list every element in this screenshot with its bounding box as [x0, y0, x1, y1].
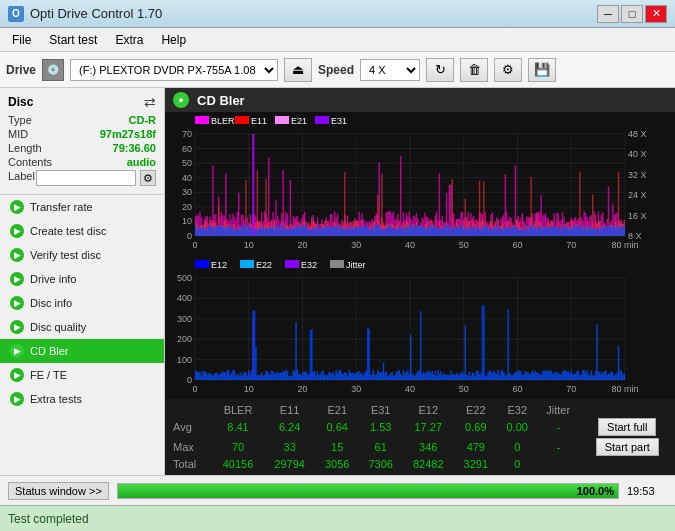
create-test-disc-icon: ▶ [10, 224, 24, 238]
sidebar-item-disc-quality[interactable]: ▶ Disc quality [0, 315, 164, 339]
sidebar-nav: ▶ Transfer rate ▶ Create test disc ▶ Ver… [0, 195, 164, 411]
sidebar-item-transfer-rate-label: Transfer rate [30, 201, 93, 213]
disc-contents-label: Contents [8, 156, 52, 168]
avg-e11: 6.24 [264, 417, 316, 437]
disc-label-gear-button[interactable]: ⚙ [140, 170, 156, 186]
disc-label-input[interactable] [36, 170, 136, 186]
extra-tests-icon: ▶ [10, 392, 24, 406]
speed-select[interactable]: 4 X [360, 59, 420, 81]
stats-avg-row: Avg 8.41 6.24 0.64 1.53 17.27 0.69 0.00 … [165, 417, 675, 437]
avg-e31: 1.53 [359, 417, 402, 437]
avg-e12: 17.27 [402, 417, 454, 437]
disc-mid-row: MID 97m27s18f [8, 128, 156, 140]
minimize-button[interactable]: ─ [597, 5, 619, 23]
disc-label-row: Label ⚙ [8, 170, 156, 186]
sidebar-item-disc-info[interactable]: ▶ Disc info [0, 291, 164, 315]
app-icon: O [8, 6, 24, 22]
disc-length-row: Length 79:36.60 [8, 142, 156, 154]
menu-extra[interactable]: Extra [107, 31, 151, 49]
settings-button[interactable]: ⚙ [494, 58, 522, 82]
stats-table: BLER E11 E21 E31 E12 E22 E32 Jitter Avg [165, 403, 675, 471]
close-button[interactable]: ✕ [645, 5, 667, 23]
disc-label-input-row: ⚙ [36, 170, 156, 186]
total-e11: 29794 [264, 457, 316, 471]
col-header-bler: BLER [212, 403, 264, 417]
test-completed-label: Test completed [8, 512, 89, 526]
sidebar-item-extra-tests[interactable]: ▶ Extra tests [0, 387, 164, 411]
stats-total-row: Total 40156 29794 3056 7306 82482 3291 0 [165, 457, 675, 471]
statusbar: Status window >> 100.0% 19:53 [0, 475, 675, 505]
menu-start-test[interactable]: Start test [41, 31, 105, 49]
sidebar-item-extra-tests-label: Extra tests [30, 393, 82, 405]
main: Disc ⇄ Type CD-R MID 97m27s18f Length 79… [0, 88, 675, 475]
col-header-jitter: Jitter [537, 403, 580, 417]
total-e21: 3056 [315, 457, 358, 471]
max-e22: 479 [454, 437, 497, 457]
disc-arrow-button[interactable]: ⇄ [144, 94, 156, 110]
col-header-e32: E32 [498, 403, 537, 417]
col-header-label [165, 403, 212, 417]
disc-quality-icon: ▶ [10, 320, 24, 334]
max-e21: 15 [315, 437, 358, 457]
disc-type-row: Type CD-R [8, 114, 156, 126]
sidebar-item-cd-bler[interactable]: ▶ CD Bler [0, 339, 164, 363]
bottom-chart [165, 256, 675, 400]
menu-help[interactable]: Help [153, 31, 194, 49]
disc-mid-label: MID [8, 128, 28, 140]
save-button[interactable]: 💾 [528, 58, 556, 82]
sidebar-item-fe-te[interactable]: ▶ FE / TE [0, 363, 164, 387]
menubar: File Start test Extra Help [0, 28, 675, 52]
col-header-e22: E22 [454, 403, 497, 417]
content-area: ● CD Bler BLER E11 E21 E31 [165, 88, 675, 475]
eject-button[interactable]: ⏏ [284, 58, 312, 82]
titlebar-title: Opti Drive Control 1.70 [30, 6, 162, 21]
disc-info-icon: ▶ [10, 296, 24, 310]
progress-container: 100.0% [117, 483, 619, 499]
avg-e22: 0.69 [454, 417, 497, 437]
clear-button[interactable]: 🗑 [460, 58, 488, 82]
verify-test-disc-icon: ▶ [10, 248, 24, 262]
disc-label-label: Label [8, 170, 35, 186]
refresh-button[interactable]: ↻ [426, 58, 454, 82]
drive-select[interactable]: (F:) PLEXTOR DVDR PX-755A 1.08 [70, 59, 278, 81]
avg-e32: 0.00 [498, 417, 537, 437]
avg-label: Avg [165, 417, 212, 437]
col-header-e11: E11 [264, 403, 316, 417]
charts-wrapper [165, 112, 675, 399]
col-header-actions [580, 403, 675, 417]
max-label: Max [165, 437, 212, 457]
max-bler: 70 [212, 437, 264, 457]
sidebar: Disc ⇄ Type CD-R MID 97m27s18f Length 79… [0, 88, 165, 475]
menu-file[interactable]: File [4, 31, 39, 49]
start-full-button[interactable]: Start full [598, 418, 656, 436]
start-part-button[interactable]: Start part [596, 438, 659, 456]
progress-bar [118, 484, 618, 498]
maximize-button[interactable]: □ [621, 5, 643, 23]
disc-title: Disc [8, 95, 33, 109]
sidebar-item-drive-info[interactable]: ▶ Drive info [0, 267, 164, 291]
drive-icon: 💿 [42, 59, 64, 81]
stats-area: BLER E11 E21 E31 E12 E22 E32 Jitter Avg [165, 399, 675, 475]
sidebar-item-verify-test-disc-label: Verify test disc [30, 249, 101, 261]
cd-bler-icon: ▶ [10, 344, 24, 358]
transfer-rate-icon: ▶ [10, 200, 24, 214]
drive-label: Drive [6, 63, 36, 77]
chart-icon: ● [173, 92, 189, 108]
top-chart-container [165, 112, 675, 256]
total-e32: 0 [498, 457, 537, 471]
max-e31: 61 [359, 437, 402, 457]
disc-length-value: 79:36.60 [113, 142, 156, 154]
disc-contents-row: Contents audio [8, 156, 156, 168]
fe-te-icon: ▶ [10, 368, 24, 382]
toolbar: Drive 💿 (F:) PLEXTOR DVDR PX-755A 1.08 ⏏… [0, 52, 675, 88]
sidebar-item-cd-bler-label: CD Bler [30, 345, 69, 357]
status-window-button[interactable]: Status window >> [8, 482, 109, 500]
avg-e21: 0.64 [315, 417, 358, 437]
sidebar-item-drive-info-label: Drive info [30, 273, 76, 285]
top-chart [165, 112, 675, 256]
sidebar-item-verify-test-disc[interactable]: ▶ Verify test disc [0, 243, 164, 267]
disc-type-value: CD-R [129, 114, 157, 126]
sidebar-item-transfer-rate[interactable]: ▶ Transfer rate [0, 195, 164, 219]
disc-header: Disc ⇄ [8, 94, 156, 110]
sidebar-item-create-test-disc[interactable]: ▶ Create test disc [0, 219, 164, 243]
